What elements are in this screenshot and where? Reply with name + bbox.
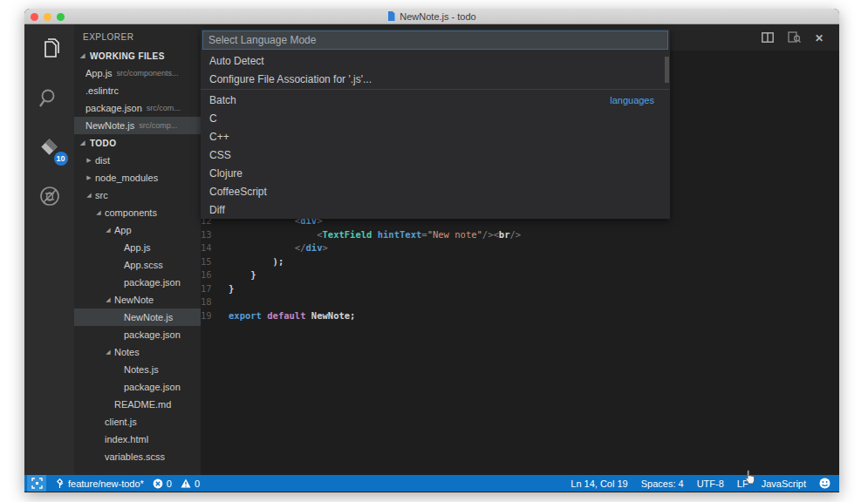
eol-indicator[interactable]: LF xyxy=(737,478,748,489)
tree-item[interactable]: ◢src xyxy=(74,187,201,204)
git-branch-icon xyxy=(55,478,65,489)
line-number: 19 xyxy=(201,309,229,323)
feedback-smiley-button[interactable] xyxy=(819,478,830,489)
status-frame-button[interactable] xyxy=(27,475,46,492)
tree-item[interactable]: variables.scss xyxy=(74,448,201,465)
code-line[interactable]: 15 ); xyxy=(201,255,839,269)
warning-indicator[interactable]: 0 xyxy=(181,478,200,489)
tree-item[interactable]: ◢NewNote xyxy=(74,291,201,309)
quickpick-item-label: C++ xyxy=(209,131,229,143)
tree-item-label: App.scss xyxy=(124,260,163,270)
error-indicator[interactable]: 0 xyxy=(153,478,172,489)
code-token: NewNote; xyxy=(311,310,356,321)
encoding-indicator[interactable]: UTF-8 xyxy=(697,478,724,489)
quickpick-item-label: C xyxy=(209,112,217,125)
quickpick-item[interactable]: C++ xyxy=(201,127,670,146)
tree-item-label: Notes xyxy=(114,347,140,357)
quickpick-item[interactable]: CSS xyxy=(201,146,670,164)
quickpick-item-label: CoffeeScript xyxy=(209,186,267,198)
split-editor-button[interactable] xyxy=(762,31,774,46)
explorer-activity-button[interactable] xyxy=(37,37,63,63)
tree-item-label: README.md xyxy=(114,399,171,410)
code-line[interactable]: 13 <TextField hintText="New note"/><br/> xyxy=(201,228,839,242)
quickpick-item-label: CSS xyxy=(209,149,231,161)
quickpick-item[interactable]: Configure File Association for '.js'... xyxy=(201,70,670,88)
code-token: > xyxy=(322,242,327,253)
tree-item[interactable]: ◢App xyxy=(74,221,201,239)
code-token: br xyxy=(499,229,510,240)
quickpick-item[interactable]: Clojure xyxy=(201,164,670,182)
code-token: div xyxy=(306,242,323,253)
tree-item-label: components xyxy=(105,207,157,218)
tree-item[interactable]: ▶dist xyxy=(74,152,201,169)
tree-item[interactable]: index.html xyxy=(74,431,201,448)
error-icon xyxy=(153,478,163,489)
quickpick-item-label: Configure File Association for '.js'... xyxy=(209,73,372,85)
code-token: hintText xyxy=(378,229,422,240)
tree-item[interactable]: ◢components xyxy=(74,204,201,221)
working-file-item[interactable]: App.jssrc/components... xyxy=(74,64,201,82)
search-activity-button[interactable] xyxy=(37,85,63,112)
tree-item-label: dist xyxy=(95,155,110,166)
code-line[interactable]: 18 xyxy=(201,295,839,309)
files-icon xyxy=(39,38,60,61)
code-line[interactable]: 16 } xyxy=(201,268,839,282)
status-bar: feature/new-todo* 0 0 xyxy=(24,475,839,492)
folder-section-header[interactable]: ◢ TODO xyxy=(74,134,201,152)
working-files-header-label: WORKING FILES xyxy=(90,51,165,61)
code-line[interactable]: 19export default NewNote; xyxy=(201,309,839,323)
working-file-item[interactable]: NewNote.jssrc/comp... xyxy=(74,117,201,134)
language-mode-indicator[interactable]: JavaScript xyxy=(762,478,806,489)
quickpick-scrollbar[interactable] xyxy=(665,57,669,83)
tree-item[interactable]: Notes.js xyxy=(74,361,201,378)
quickpick-input[interactable] xyxy=(202,31,668,50)
minimize-window-button[interactable] xyxy=(44,13,51,21)
git-activity-button[interactable]: 10 xyxy=(37,134,63,160)
code-token: } xyxy=(250,269,256,280)
tree-item[interactable]: App.js xyxy=(74,239,201,256)
tree-item-label: NewNote xyxy=(114,295,154,305)
quickpick-item[interactable]: C xyxy=(201,109,670,127)
chevron-expanded-icon: ◢ xyxy=(95,209,102,216)
tree-item[interactable]: package.json xyxy=(74,274,201,291)
tree-item[interactable]: package.json xyxy=(74,378,201,396)
tree-item-label: Notes.js xyxy=(124,364,159,375)
working-file-item[interactable]: .eslintrc xyxy=(74,82,201,99)
tree-item[interactable]: ▶node_modules xyxy=(74,169,201,187)
tree-item[interactable]: README.md xyxy=(74,396,201,413)
tree-item[interactable]: NewNote.js xyxy=(74,309,201,326)
indentation-indicator[interactable]: Spaces: 4 xyxy=(641,478,684,489)
tree-item[interactable]: App.scss xyxy=(74,256,201,274)
line-number: 13 xyxy=(201,228,229,242)
working-files-list: App.jssrc/components....eslintrcpackage.… xyxy=(74,64,201,134)
quickpick-item[interactable]: Batchlanguages xyxy=(201,91,670,109)
zoom-window-button[interactable] xyxy=(57,13,65,21)
working-file-item[interactable]: package.jsonsrc/com... xyxy=(74,99,201,117)
file-name: App.js xyxy=(85,68,113,78)
line-number: 14 xyxy=(201,241,229,255)
quickpick-item[interactable]: Diff xyxy=(201,200,670,219)
open-preview-button[interactable] xyxy=(788,31,801,46)
line-number: 16 xyxy=(201,268,229,282)
close-editor-button[interactable]: ✕ xyxy=(815,32,824,44)
code-area[interactable]: 12 <div>13 <TextField hintText="New note… xyxy=(201,214,839,322)
code-token: TextField xyxy=(322,229,372,240)
warning-count: 0 xyxy=(195,478,200,489)
tree-item-label: App xyxy=(114,225,132,235)
tree-item[interactable]: client.js xyxy=(74,413,201,431)
activity-bar: 10 xyxy=(24,24,74,475)
close-window-button[interactable] xyxy=(31,13,38,21)
code-token: "New note" xyxy=(427,229,482,240)
warning-icon xyxy=(181,478,191,488)
quickpick-item[interactable]: CoffeeScript xyxy=(201,182,670,200)
code-line[interactable]: 14 </div> xyxy=(201,241,839,255)
working-files-header[interactable]: ◢ WORKING FILES xyxy=(74,47,201,64)
quickpick-item[interactable]: Auto Detect xyxy=(201,51,670,70)
cursor-position-indicator[interactable]: Ln 14, Col 19 xyxy=(571,478,627,489)
tree-item[interactable]: package.json xyxy=(74,326,201,343)
window-title: NewNote.js - todo xyxy=(400,11,475,22)
git-branch-indicator[interactable]: feature/new-todo* xyxy=(55,478,144,489)
tree-item[interactable]: ◢Notes xyxy=(74,343,201,361)
debug-activity-button[interactable] xyxy=(37,183,63,209)
code-line[interactable]: 17} xyxy=(201,282,839,296)
